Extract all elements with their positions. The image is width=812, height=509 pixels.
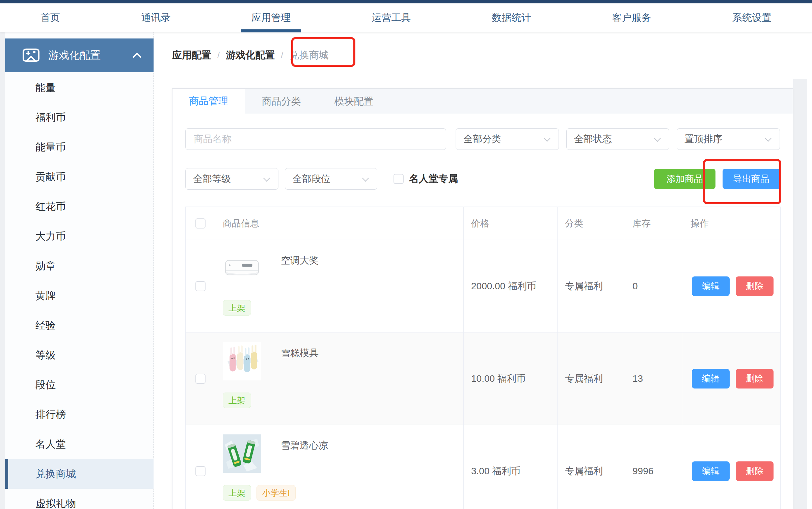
header-product-info: 商品信息 (215, 207, 464, 240)
sidebar: 游戏化配置 能量 福利币 能量币 贡献币 红花币 大力币 勋章 黄牌 经验 等级… (5, 32, 154, 509)
delete-button[interactable]: 删除 (736, 276, 774, 296)
delete-button[interactable]: 删除 (736, 461, 774, 481)
header-actions: 操作 (683, 207, 781, 240)
nav-item-data-statistics[interactable]: 数据统计 (482, 3, 541, 32)
product-info-cell: 雪碧透心凉 上架 小学生I (215, 425, 464, 509)
sidebar-item-contribution-coin[interactable]: 贡献币 (5, 162, 154, 192)
delete-button[interactable]: 删除 (736, 369, 774, 389)
sidebar-group-gamification[interactable]: 游戏化配置 (5, 38, 154, 72)
rank-select[interactable]: 全部段位 (285, 168, 377, 190)
breadcrumb-gamification[interactable]: 游戏化配置 (226, 49, 275, 62)
sidebar-item-virtual-gift[interactable]: 虚拟礼物 (5, 489, 154, 509)
row-checkbox[interactable] (195, 466, 206, 476)
select-value: 置顶排序 (684, 133, 722, 145)
gamepad-icon (21, 46, 41, 65)
tab-strip: 商品管理 商品分类 模块配置 (172, 89, 793, 114)
hall-of-fame-checkbox-label[interactable]: 名人堂专属 (409, 172, 458, 186)
sidebar-item-level[interactable]: 等级 (5, 340, 154, 370)
product-tags: 上架 (223, 393, 256, 408)
chevron-down-icon (362, 175, 370, 183)
nav-item-customer-service[interactable]: 客户服务 (602, 3, 661, 32)
price-cell: 3.00 福利币 (464, 425, 558, 509)
row-checkbox[interactable] (195, 281, 206, 291)
breadcrumb-separator: / (281, 50, 283, 60)
sidebar-item-energy[interactable]: 能量 (5, 73, 154, 103)
select-value: 全部段位 (293, 172, 330, 185)
select-all-checkbox[interactable] (195, 218, 206, 229)
nav-item-system-settings[interactable]: 系统设置 (722, 3, 782, 32)
tab-product-category[interactable]: 商品分类 (245, 89, 318, 114)
active-nav-underline (241, 29, 301, 32)
edit-button[interactable]: 编辑 (692, 461, 730, 481)
tab-product-management[interactable]: 商品管理 (172, 89, 245, 114)
tab-module-config[interactable]: 模块配置 (318, 89, 390, 114)
product-name: 空调大奖 (281, 254, 319, 267)
table-row: 雪糕模具 上架 10.00 福利币 专属福利 13 编辑 删除 (186, 332, 780, 425)
product-name-input[interactable] (185, 128, 446, 150)
chevron-down-icon (544, 135, 551, 143)
sidebar-menu: 能量 福利币 能量币 贡献币 红花币 大力币 勋章 黄牌 经验 等级 段位 排行… (5, 73, 154, 509)
content-card: 商品管理 商品分类 模块配置 全部分类 全部状态 置顶排序 (172, 88, 793, 509)
scrollbar[interactable] (807, 79, 812, 509)
header-category: 分类 (558, 207, 625, 240)
stock-cell: 0 (625, 240, 683, 332)
audience-tag: 小学生I (256, 485, 296, 501)
sidebar-group-label: 游戏化配置 (48, 48, 101, 62)
actions-cell: 编辑 删除 (683, 332, 781, 425)
main-content: 应用配置 / 游戏化配置 / 兑换商城 商品管理 商品分类 模块配置 全部分类 … (154, 32, 812, 509)
sidebar-item-red-flower-coin[interactable]: 红花币 (5, 192, 154, 221)
product-info-cell: 雪糕模具 上架 (215, 332, 464, 425)
sidebar-item-yellow-card[interactable]: 黄牌 (5, 281, 154, 311)
active-item-bar (5, 459, 8, 489)
select-value: 全部分类 (463, 133, 501, 145)
breadcrumb-separator: / (217, 50, 220, 60)
sidebar-item-label: 兑换商城 (35, 468, 76, 479)
sidebar-item-hall-of-fame[interactable]: 名人堂 (5, 429, 154, 459)
nav-item-home[interactable]: 首页 (30, 3, 70, 32)
chevron-up-icon[interactable] (131, 49, 143, 62)
status-tag: 上架 (223, 393, 251, 408)
price-cell: 2000.00 福利币 (464, 240, 558, 332)
sidebar-item-medal[interactable]: 勋章 (5, 251, 154, 281)
status-tag: 上架 (223, 300, 251, 316)
status-select[interactable]: 全部状态 (566, 128, 670, 150)
row-checkbox[interactable] (195, 374, 206, 384)
price-cell: 10.00 福利币 (464, 332, 558, 425)
sidebar-item-energy-coin[interactable]: 能量币 (5, 132, 154, 162)
sidebar-item-experience[interactable]: 经验 (5, 311, 154, 340)
filter-row-1: 全部分类 全部状态 置顶排序 (185, 128, 780, 150)
header-price: 价格 (464, 207, 558, 240)
annotation-box-export (703, 159, 781, 204)
product-image-air-conditioner (223, 249, 261, 288)
top-navy-bar (0, 0, 812, 3)
category-select[interactable]: 全部分类 (456, 128, 559, 150)
hall-of-fame-checkbox[interactable] (394, 174, 404, 184)
sidebar-item-dali-coin[interactable]: 大力币 (5, 221, 154, 251)
edit-button[interactable]: 编辑 (692, 369, 730, 389)
breadcrumb-app-config[interactable]: 应用配置 (172, 49, 211, 62)
category-cell: 专属福利 (558, 240, 625, 332)
table-row: 雪碧透心凉 上架 小学生I 3.00 福利币 专属福利 9996 编辑 删除 (186, 425, 780, 509)
stock-cell: 9996 (625, 425, 683, 509)
product-table: 商品信息 价格 分类 库存 操作 (185, 207, 781, 509)
product-info-cell: 空调大奖 上架 (215, 240, 464, 332)
sidebar-item-exchange-mall[interactable]: 兑换商城 (5, 459, 154, 489)
filter-row-2: 全部等级 全部段位 名人堂专属 添加商品 导出商品 (185, 168, 780, 190)
sidebar-item-leaderboard[interactable]: 排行榜 (5, 400, 154, 429)
nav-item-label: 应用管理 (251, 11, 291, 25)
level-select[interactable]: 全部等级 (185, 168, 278, 190)
nav-item-contacts[interactable]: 通讯录 (131, 3, 181, 32)
edit-button[interactable]: 编辑 (692, 276, 730, 296)
sidebar-item-rank[interactable]: 段位 (5, 370, 154, 400)
nav-item-app-management[interactable]: 应用管理 (241, 3, 301, 32)
header-stock: 库存 (625, 207, 683, 240)
sidebar-item-welfare-coin[interactable]: 福利币 (5, 103, 154, 132)
table-header-row: 商品信息 价格 分类 库存 操作 (186, 207, 780, 240)
actions-cell: 编辑 删除 (683, 425, 781, 509)
actions-cell: 编辑 删除 (683, 240, 781, 332)
sort-select[interactable]: 置顶排序 (677, 128, 780, 150)
chevron-down-icon (263, 175, 271, 183)
select-value: 全部等级 (193, 172, 231, 185)
product-tags: 上架 (223, 300, 256, 316)
nav-item-operation-tools[interactable]: 运营工具 (361, 3, 421, 32)
